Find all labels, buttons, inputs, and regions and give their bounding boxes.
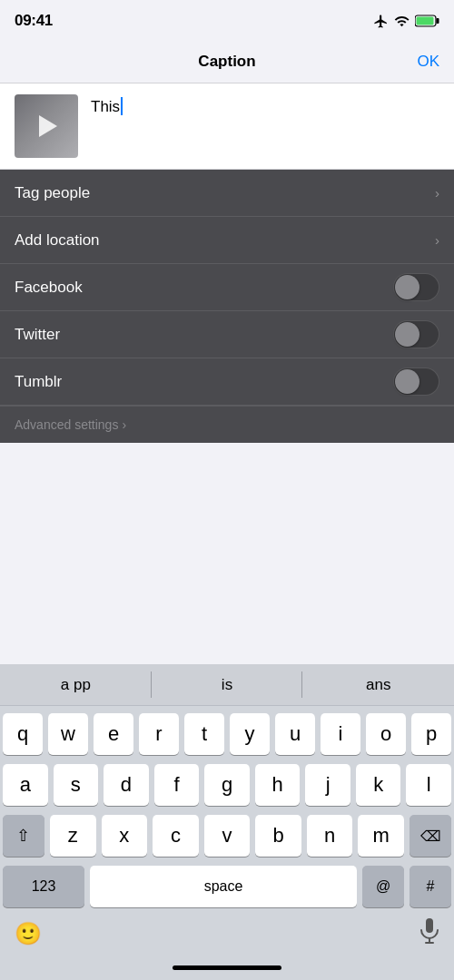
numbers-key[interactable]: 123: [3, 866, 84, 907]
facebook-toggle[interactable]: [393, 273, 439, 301]
keyboard-body: q w e r t y u i o p a s d f g h j k l ⇧ …: [0, 706, 454, 911]
key-g[interactable]: g: [204, 764, 250, 806]
shift-key[interactable]: ⇧: [3, 815, 44, 857]
caption-area[interactable]: This: [0, 83, 454, 170]
status-icons: [373, 14, 439, 29]
key-y[interactable]: y: [230, 713, 270, 755]
twitter-toggle[interactable]: [393, 320, 439, 348]
key-row-3: ⇧ z x c v b n m ⌫: [3, 815, 451, 857]
key-l[interactable]: l: [406, 764, 451, 806]
advanced-settings-chevron: ›: [122, 417, 126, 432]
airplane-icon: [373, 14, 389, 29]
svg-rect-3: [426, 918, 433, 933]
text-cursor: [121, 97, 123, 115]
predictive-item-3[interactable]: ans: [302, 664, 454, 705]
advanced-settings-label: Advanced settings ›: [15, 417, 439, 432]
key-row-4: 123 space @ #: [3, 866, 451, 907]
nav-bar: Caption OK: [0, 40, 454, 83]
emoji-key[interactable]: 🙂: [15, 921, 42, 946]
home-indicator: [0, 955, 454, 980]
key-c[interactable]: c: [153, 815, 199, 857]
hash-key[interactable]: #: [410, 866, 451, 907]
key-x[interactable]: x: [102, 815, 148, 857]
key-b[interactable]: b: [255, 815, 301, 857]
key-s[interactable]: s: [54, 764, 99, 806]
key-row-1: q w e r t y u i o p: [3, 713, 451, 755]
advanced-settings-item[interactable]: Advanced settings ›: [0, 406, 454, 443]
status-time: 09:41: [15, 12, 53, 30]
status-bar: 09:41: [0, 0, 454, 40]
caption-input[interactable]: This: [91, 94, 439, 118]
key-w[interactable]: w: [48, 713, 88, 755]
key-u[interactable]: u: [275, 713, 315, 755]
predictive-bar: a pp is ans: [0, 664, 454, 706]
caption-text-content: This: [91, 98, 120, 115]
svg-rect-1: [417, 17, 434, 25]
key-m[interactable]: m: [358, 815, 404, 857]
tumblr-label: Tumblr: [15, 373, 62, 391]
battery-icon: [415, 15, 439, 27]
key-h[interactable]: h: [255, 764, 301, 806]
keyboard-bottom-row: 🙂: [0, 911, 454, 955]
wifi-icon: [394, 14, 410, 29]
add-location-chevron: ›: [435, 232, 439, 248]
twitter-toggle-thumb: [395, 322, 419, 347]
key-v[interactable]: v: [204, 815, 251, 857]
key-p[interactable]: p: [411, 713, 451, 755]
nav-title: Caption: [198, 53, 255, 71]
video-thumbnail: [15, 94, 78, 158]
facebook-label: Facebook: [15, 279, 83, 297]
settings-section: Tag people › Add location › Facebook Twi…: [0, 170, 454, 443]
delete-key[interactable]: ⌫: [410, 815, 451, 857]
thumbnail-image: [15, 94, 78, 158]
tag-people-label: Tag people: [15, 184, 90, 202]
predictive-item-1[interactable]: a pp: [0, 664, 152, 705]
space-key[interactable]: space: [90, 866, 357, 907]
key-a[interactable]: a: [3, 764, 48, 806]
twitter-label: Twitter: [15, 326, 60, 344]
key-q[interactable]: q: [3, 713, 43, 755]
key-r[interactable]: r: [139, 713, 179, 755]
key-k[interactable]: k: [356, 764, 401, 806]
key-d[interactable]: d: [104, 764, 149, 806]
play-icon: [39, 115, 57, 137]
svg-rect-2: [437, 18, 439, 24]
tag-people-chevron: ›: [435, 185, 439, 201]
key-t[interactable]: t: [184, 713, 224, 755]
add-location-item[interactable]: Add location ›: [0, 217, 454, 264]
key-j[interactable]: j: [305, 764, 350, 806]
key-o[interactable]: o: [366, 713, 406, 755]
tag-people-item[interactable]: Tag people ›: [0, 170, 454, 217]
mic-icon: [419, 918, 439, 944]
facebook-item[interactable]: Facebook: [0, 264, 454, 311]
home-bar: [173, 965, 281, 970]
mic-key[interactable]: [419, 918, 439, 949]
tumblr-toggle-thumb: [395, 369, 419, 394]
add-location-label: Add location: [15, 231, 100, 250]
tumblr-item[interactable]: Tumblr: [0, 358, 454, 406]
key-n[interactable]: n: [307, 815, 353, 857]
key-z[interactable]: z: [50, 815, 96, 857]
caption-text: This: [91, 96, 123, 118]
predictive-item-2[interactable]: is: [152, 664, 303, 705]
key-e[interactable]: e: [94, 713, 133, 755]
key-f[interactable]: f: [154, 764, 200, 806]
keyboard: a pp is ans q w e r t y u i o p a s d f: [0, 664, 454, 980]
at-key[interactable]: @: [362, 866, 404, 907]
key-i[interactable]: i: [321, 713, 360, 755]
ok-button[interactable]: OK: [417, 53, 439, 71]
key-row-2: a s d f g h j k l: [3, 764, 451, 806]
facebook-toggle-thumb: [395, 275, 419, 299]
tumblr-toggle[interactable]: [393, 368, 439, 396]
twitter-item[interactable]: Twitter: [0, 311, 454, 358]
